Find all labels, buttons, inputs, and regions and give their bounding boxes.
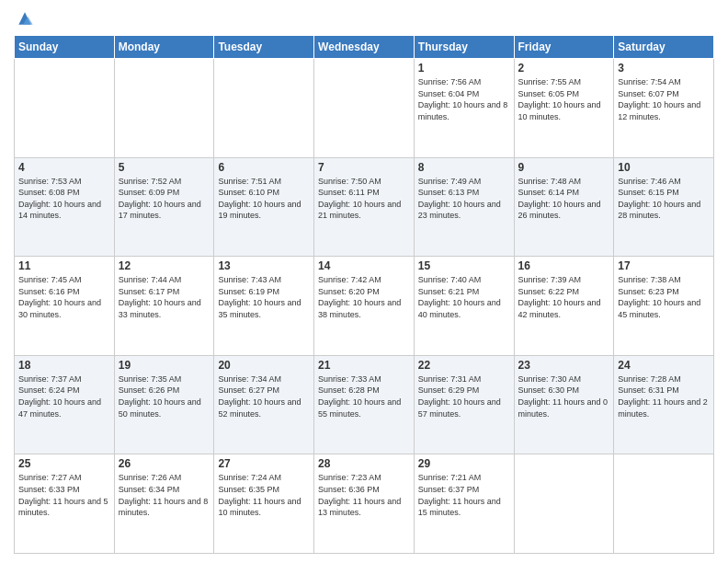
table-row: 15Sunrise: 7:40 AM Sunset: 6:21 PM Dayli… bbox=[414, 257, 514, 356]
day-number: 19 bbox=[119, 359, 210, 372]
table-row: 25Sunrise: 7:27 AM Sunset: 6:33 PM Dayli… bbox=[15, 454, 115, 554]
table-row: 13Sunrise: 7:43 AM Sunset: 6:19 PM Dayli… bbox=[214, 257, 314, 356]
day-number: 16 bbox=[518, 259, 610, 272]
day-info: Sunrise: 7:52 AM Sunset: 6:09 PM Dayligh… bbox=[119, 176, 210, 222]
day-number: 23 bbox=[518, 359, 610, 372]
day-number: 13 bbox=[218, 259, 310, 272]
day-number: 20 bbox=[218, 359, 310, 372]
table-row: 19Sunrise: 7:35 AM Sunset: 6:26 PM Dayli… bbox=[114, 355, 214, 454]
day-number: 14 bbox=[318, 259, 410, 272]
day-number: 6 bbox=[218, 161, 310, 174]
page: Sunday Monday Tuesday Wednesday Thursday… bbox=[0, 0, 728, 563]
col-monday: Monday bbox=[114, 36, 214, 59]
day-number: 12 bbox=[119, 259, 210, 272]
table-row: 27Sunrise: 7:24 AM Sunset: 6:35 PM Dayli… bbox=[214, 454, 314, 554]
table-row: 23Sunrise: 7:30 AM Sunset: 6:30 PM Dayli… bbox=[514, 355, 614, 454]
day-info: Sunrise: 7:39 AM Sunset: 6:22 PM Dayligh… bbox=[518, 274, 610, 320]
day-number: 9 bbox=[518, 161, 610, 174]
day-info: Sunrise: 7:43 AM Sunset: 6:19 PM Dayligh… bbox=[218, 274, 310, 320]
table-row: 22Sunrise: 7:31 AM Sunset: 6:29 PM Dayli… bbox=[414, 355, 514, 454]
table-row: 21Sunrise: 7:33 AM Sunset: 6:28 PM Dayli… bbox=[314, 355, 415, 454]
col-saturday: Saturday bbox=[614, 36, 714, 59]
table-row bbox=[15, 59, 115, 158]
col-thursday: Thursday bbox=[414, 36, 514, 59]
table-row: 9Sunrise: 7:48 AM Sunset: 6:14 PM Daylig… bbox=[514, 157, 614, 257]
table-row: 29Sunrise: 7:21 AM Sunset: 6:37 PM Dayli… bbox=[414, 454, 514, 554]
day-number: 24 bbox=[618, 359, 710, 372]
table-row: 24Sunrise: 7:28 AM Sunset: 6:31 PM Dayli… bbox=[614, 355, 714, 454]
calendar-header-row: Sunday Monday Tuesday Wednesday Thursday… bbox=[15, 36, 714, 59]
day-info: Sunrise: 7:54 AM Sunset: 6:07 PM Dayligh… bbox=[618, 76, 710, 122]
day-number: 28 bbox=[318, 457, 410, 470]
day-info: Sunrise: 7:37 AM Sunset: 6:24 PM Dayligh… bbox=[18, 373, 110, 419]
calendar-week-row: 4Sunrise: 7:53 AM Sunset: 6:08 PM Daylig… bbox=[15, 157, 714, 257]
logo bbox=[14, 9, 34, 28]
logo-icon bbox=[16, 9, 34, 28]
table-row: 10Sunrise: 7:46 AM Sunset: 6:15 PM Dayli… bbox=[614, 157, 714, 257]
table-row: 12Sunrise: 7:44 AM Sunset: 6:17 PM Dayli… bbox=[114, 257, 214, 356]
table-row: 1Sunrise: 7:56 AM Sunset: 6:04 PM Daylig… bbox=[414, 59, 514, 158]
day-info: Sunrise: 7:28 AM Sunset: 6:31 PM Dayligh… bbox=[618, 373, 710, 419]
day-number: 5 bbox=[119, 161, 210, 174]
table-row: 2Sunrise: 7:55 AM Sunset: 6:05 PM Daylig… bbox=[514, 59, 614, 158]
day-info: Sunrise: 7:33 AM Sunset: 6:28 PM Dayligh… bbox=[318, 373, 410, 419]
col-sunday: Sunday bbox=[15, 36, 115, 59]
day-number: 15 bbox=[418, 259, 510, 272]
table-row: 11Sunrise: 7:45 AM Sunset: 6:16 PM Dayli… bbox=[15, 257, 115, 356]
day-number: 25 bbox=[18, 457, 110, 470]
day-number: 10 bbox=[618, 161, 710, 174]
day-number: 18 bbox=[18, 359, 110, 372]
day-number: 26 bbox=[119, 457, 210, 470]
day-info: Sunrise: 7:35 AM Sunset: 6:26 PM Dayligh… bbox=[119, 373, 210, 419]
table-row bbox=[114, 59, 214, 158]
table-row bbox=[614, 454, 714, 554]
day-number: 11 bbox=[18, 259, 110, 272]
table-row: 8Sunrise: 7:49 AM Sunset: 6:13 PM Daylig… bbox=[414, 157, 514, 257]
calendar-week-row: 25Sunrise: 7:27 AM Sunset: 6:33 PM Dayli… bbox=[15, 454, 714, 554]
table-row: 4Sunrise: 7:53 AM Sunset: 6:08 PM Daylig… bbox=[15, 157, 115, 257]
day-number: 7 bbox=[318, 161, 410, 174]
day-info: Sunrise: 7:49 AM Sunset: 6:13 PM Dayligh… bbox=[418, 176, 510, 222]
day-number: 21 bbox=[318, 359, 410, 372]
day-info: Sunrise: 7:34 AM Sunset: 6:27 PM Dayligh… bbox=[218, 373, 310, 419]
day-info: Sunrise: 7:40 AM Sunset: 6:21 PM Dayligh… bbox=[418, 274, 510, 320]
day-info: Sunrise: 7:44 AM Sunset: 6:17 PM Dayligh… bbox=[119, 274, 210, 320]
day-info: Sunrise: 7:51 AM Sunset: 6:10 PM Dayligh… bbox=[218, 176, 310, 222]
day-info: Sunrise: 7:23 AM Sunset: 6:36 PM Dayligh… bbox=[318, 472, 410, 518]
table-row: 18Sunrise: 7:37 AM Sunset: 6:24 PM Dayli… bbox=[15, 355, 115, 454]
day-info: Sunrise: 7:46 AM Sunset: 6:15 PM Dayligh… bbox=[618, 176, 710, 222]
day-info: Sunrise: 7:26 AM Sunset: 6:34 PM Dayligh… bbox=[119, 472, 210, 518]
day-info: Sunrise: 7:30 AM Sunset: 6:30 PM Dayligh… bbox=[518, 373, 610, 419]
table-row: 6Sunrise: 7:51 AM Sunset: 6:10 PM Daylig… bbox=[214, 157, 314, 257]
table-row: 14Sunrise: 7:42 AM Sunset: 6:20 PM Dayli… bbox=[314, 257, 415, 356]
day-info: Sunrise: 7:21 AM Sunset: 6:37 PM Dayligh… bbox=[418, 472, 510, 518]
calendar-week-row: 11Sunrise: 7:45 AM Sunset: 6:16 PM Dayli… bbox=[15, 257, 714, 356]
day-number: 2 bbox=[518, 62, 610, 75]
day-info: Sunrise: 7:38 AM Sunset: 6:23 PM Dayligh… bbox=[618, 274, 710, 320]
day-number: 3 bbox=[618, 62, 710, 75]
day-info: Sunrise: 7:53 AM Sunset: 6:08 PM Dayligh… bbox=[18, 176, 110, 222]
col-friday: Friday bbox=[514, 36, 614, 59]
table-row: 20Sunrise: 7:34 AM Sunset: 6:27 PM Dayli… bbox=[214, 355, 314, 454]
table-row bbox=[514, 454, 614, 554]
day-info: Sunrise: 7:27 AM Sunset: 6:33 PM Dayligh… bbox=[18, 472, 110, 518]
day-info: Sunrise: 7:50 AM Sunset: 6:11 PM Dayligh… bbox=[318, 176, 410, 222]
day-info: Sunrise: 7:55 AM Sunset: 6:05 PM Dayligh… bbox=[518, 76, 610, 122]
day-info: Sunrise: 7:24 AM Sunset: 6:35 PM Dayligh… bbox=[218, 472, 310, 518]
calendar-week-row: 18Sunrise: 7:37 AM Sunset: 6:24 PM Dayli… bbox=[15, 355, 714, 454]
day-number: 27 bbox=[218, 457, 310, 470]
calendar-table: Sunday Monday Tuesday Wednesday Thursday… bbox=[14, 35, 714, 554]
table-row: 7Sunrise: 7:50 AM Sunset: 6:11 PM Daylig… bbox=[314, 157, 415, 257]
day-number: 1 bbox=[418, 62, 510, 75]
table-row: 17Sunrise: 7:38 AM Sunset: 6:23 PM Dayli… bbox=[614, 257, 714, 356]
table-row: 28Sunrise: 7:23 AM Sunset: 6:36 PM Dayli… bbox=[314, 454, 415, 554]
day-info: Sunrise: 7:56 AM Sunset: 6:04 PM Dayligh… bbox=[418, 76, 510, 122]
col-tuesday: Tuesday bbox=[214, 36, 314, 59]
day-number: 4 bbox=[18, 161, 110, 174]
day-info: Sunrise: 7:31 AM Sunset: 6:29 PM Dayligh… bbox=[418, 373, 510, 419]
table-row bbox=[214, 59, 314, 158]
day-number: 29 bbox=[418, 457, 510, 470]
table-row bbox=[314, 59, 415, 158]
col-wednesday: Wednesday bbox=[314, 36, 415, 59]
table-row: 5Sunrise: 7:52 AM Sunset: 6:09 PM Daylig… bbox=[114, 157, 214, 257]
